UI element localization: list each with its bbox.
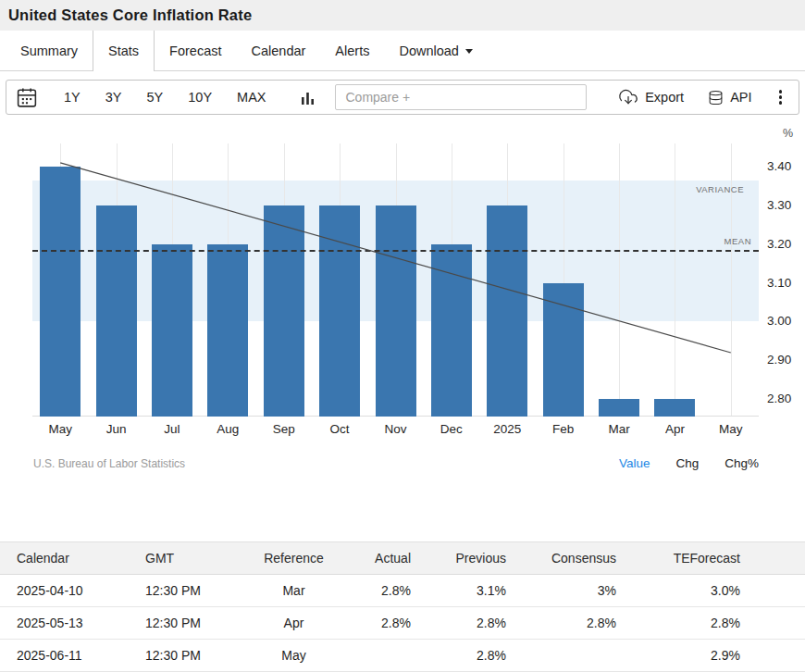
range-button-3y[interactable]: 3Y bbox=[103, 88, 125, 106]
x-axis-label: 2025 bbox=[479, 422, 535, 436]
cell-consensus: 2.8% bbox=[532, 607, 643, 640]
y-axis-label: 2.90 bbox=[767, 353, 791, 367]
api-button[interactable]: API bbox=[702, 85, 757, 110]
tab-alerts[interactable]: Alerts bbox=[320, 31, 384, 71]
gridline bbox=[675, 143, 675, 416]
x-axis-label: May bbox=[32, 422, 88, 436]
legend-chg[interactable]: Chg bbox=[675, 456, 699, 470]
column-header-calendar: Calendar bbox=[0, 542, 134, 575]
chart-bar-jun[interactable] bbox=[96, 205, 137, 417]
database-icon bbox=[708, 89, 724, 106]
export-label: Export bbox=[645, 90, 684, 105]
range-button-max[interactable]: MAX bbox=[234, 88, 268, 106]
vertical-ellipsis-icon bbox=[779, 90, 783, 105]
export-button[interactable]: Export bbox=[613, 84, 689, 110]
cell-gmt: 12:30 PM bbox=[134, 607, 241, 640]
toolbar-right: Export API bbox=[613, 84, 790, 111]
chart-bar-mar[interactable] bbox=[599, 399, 639, 417]
x-axis-label: Oct bbox=[312, 422, 367, 436]
mean-line bbox=[32, 250, 759, 252]
compare-input[interactable] bbox=[335, 84, 587, 110]
range-button-5y[interactable]: 5Y bbox=[144, 88, 167, 106]
calendar-icon bbox=[15, 86, 39, 109]
page-title: United States Core Inflation Rate bbox=[8, 6, 252, 24]
x-axis-label: Jun bbox=[88, 422, 143, 436]
more-menu-button[interactable] bbox=[771, 84, 791, 111]
cell-gmt: 12:30 PM bbox=[134, 640, 241, 672]
legend-value[interactable]: Value bbox=[619, 456, 650, 470]
toolbar: 1Y3Y5Y10YMAX Export bbox=[6, 80, 799, 115]
tab-stats[interactable]: Stats bbox=[93, 31, 155, 71]
cell-actual bbox=[347, 640, 435, 672]
column-header-teforecast: TEForecast bbox=[643, 542, 805, 575]
chart-bar-apr[interactable] bbox=[654, 399, 695, 417]
legend-chgpct[interactable]: Chg% bbox=[724, 456, 759, 470]
table-row: 2025-05-1312:30 PMApr2.8%2.8%2.8%2.8% bbox=[0, 607, 805, 640]
column-header-consensus: Consensus bbox=[532, 542, 643, 575]
x-axis-label: Mar bbox=[591, 422, 647, 436]
y-axis-label: 3.00 bbox=[767, 314, 791, 328]
tab-label: Summary bbox=[20, 44, 78, 58]
cell-gmt: 12:30 PM bbox=[134, 575, 241, 607]
cell-teforecast: 3.0% bbox=[643, 575, 805, 607]
column-header-reference: Reference bbox=[241, 542, 347, 575]
x-axis-label: Sep bbox=[256, 422, 312, 436]
tab-label: Download bbox=[399, 44, 459, 58]
cell-reference: May bbox=[241, 640, 347, 672]
data-table: CalendarGMTReferenceActualPreviousConsen… bbox=[0, 541, 805, 672]
cloud-download-icon bbox=[618, 88, 638, 106]
y-axis-label: 3.30 bbox=[767, 198, 791, 212]
chart-footer: U.S. Bureau of Labor Statistics ValueChg… bbox=[33, 456, 759, 470]
cell-actual: 2.8% bbox=[347, 575, 435, 607]
chart-bar-aug[interactable] bbox=[207, 244, 248, 417]
tab-label: Alerts bbox=[335, 44, 369, 58]
chart-bar-jul[interactable] bbox=[152, 244, 192, 417]
cell-previous: 2.8% bbox=[435, 607, 532, 640]
source-link[interactable]: U.S. Bureau of Labor Statistics bbox=[33, 457, 185, 470]
page-header: United States Core Inflation Rate bbox=[0, 0, 805, 31]
chart-bar-oct[interactable] bbox=[319, 205, 360, 417]
table-row: 2025-06-1112:30 PMMay2.8%2.9% bbox=[0, 640, 805, 672]
cell-reference: Apr bbox=[241, 607, 347, 640]
tab-summary[interactable]: Summary bbox=[6, 31, 93, 71]
variance-label: VARIANCE bbox=[696, 184, 744, 194]
x-axis: MayJunJulAugSepOctNovDec2025FebMarAprMay bbox=[32, 422, 759, 439]
table-body: 2025-04-1012:30 PMMar2.8%3.1%3%3.0%2025-… bbox=[0, 575, 805, 672]
api-label: API bbox=[730, 90, 751, 105]
tab-calendar[interactable]: Calendar bbox=[237, 31, 321, 71]
cell-calendar: 2025-05-13 bbox=[0, 607, 134, 640]
x-axis-label: Dec bbox=[424, 422, 479, 436]
chart-bar-may[interactable] bbox=[40, 167, 80, 417]
cell-consensus: 3% bbox=[532, 575, 643, 607]
column-header-actual: Actual bbox=[347, 542, 435, 575]
calendar-table: CalendarGMTReferenceActualPreviousConsen… bbox=[0, 541, 805, 672]
chart-bar-2025[interactable] bbox=[487, 205, 527, 417]
tab-forecast[interactable]: Forecast bbox=[155, 31, 236, 71]
cell-teforecast: 2.9% bbox=[643, 640, 805, 672]
cell-consensus bbox=[532, 640, 643, 672]
date-range-button[interactable] bbox=[15, 86, 39, 109]
chart-bar-nov[interactable] bbox=[376, 205, 416, 417]
chart-panel: % VARIANCEMEAN 3.403.303.203.103.002.902… bbox=[6, 122, 799, 498]
range-group: 1Y3Y5Y10YMAX bbox=[61, 88, 288, 106]
range-button-1y[interactable]: 1Y bbox=[61, 88, 83, 106]
cell-previous: 2.8% bbox=[435, 640, 532, 672]
tab-label: Stats bbox=[108, 44, 139, 58]
legend: ValueChgChg% bbox=[619, 456, 759, 470]
chart-bar-sep[interactable] bbox=[264, 205, 304, 417]
table-header: CalendarGMTReferenceActualPreviousConsen… bbox=[0, 542, 805, 575]
cell-previous: 3.1% bbox=[435, 575, 532, 607]
column-header-gmt: GMT bbox=[134, 542, 241, 575]
chart-bar-dec[interactable] bbox=[431, 244, 472, 417]
tab-download[interactable]: Download bbox=[384, 31, 488, 71]
unit-label: % bbox=[783, 127, 793, 140]
column-header-previous: Previous bbox=[435, 542, 532, 575]
range-button-10y[interactable]: 10Y bbox=[185, 88, 215, 106]
x-axis-label: Aug bbox=[200, 422, 255, 436]
bar-chart-icon bbox=[301, 90, 315, 106]
chart-bar-feb[interactable] bbox=[543, 283, 584, 417]
x-axis-label: Feb bbox=[535, 422, 590, 436]
x-axis-label: Apr bbox=[647, 422, 702, 436]
chart-type-button[interactable] bbox=[301, 90, 315, 106]
gridline bbox=[619, 143, 620, 416]
